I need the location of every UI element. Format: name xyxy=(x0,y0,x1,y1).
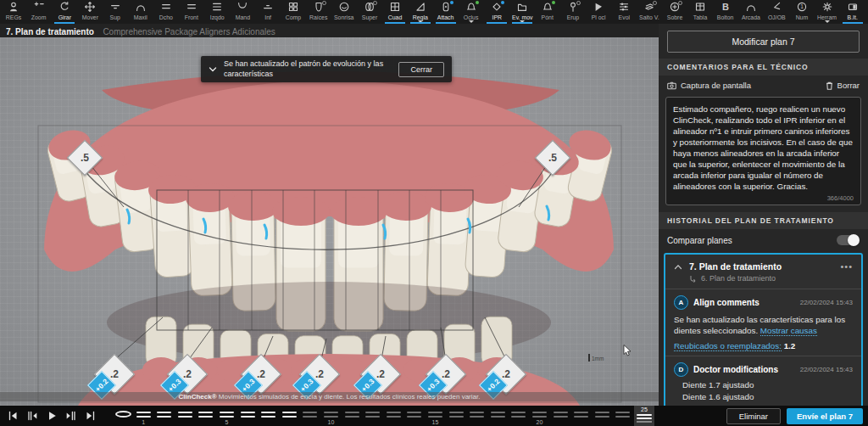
skip-end-button[interactable] xyxy=(85,410,97,422)
stage-tick-label: 15 xyxy=(432,419,439,425)
tool-label: Front xyxy=(185,14,198,20)
stage-21-marker[interactable] xyxy=(554,412,568,420)
clear-comment-action[interactable]: Borrar xyxy=(826,81,860,90)
stage-22-marker[interactable] xyxy=(574,412,588,420)
dropdown-caret-icon[interactable] xyxy=(418,20,423,23)
dropdown-caret-icon[interactable] xyxy=(825,20,830,23)
tool-sonrisa[interactable]: Sonrisa xyxy=(331,0,357,24)
tool-label: Mand xyxy=(235,14,249,20)
letter-b-icon: B xyxy=(720,1,732,13)
disclaimer-brand: ClinCheck® xyxy=(179,393,217,401)
toast-close-button[interactable]: Cerrar xyxy=(398,62,444,77)
grid-frame-icon xyxy=(389,1,401,13)
stage-16-marker[interactable] xyxy=(449,412,464,420)
tool-ev-mov[interactable]: Ev. mov xyxy=(509,0,535,24)
stage-2-marker[interactable] xyxy=(157,412,171,420)
stage-tick-label: 20 xyxy=(537,419,543,425)
mouse-cursor xyxy=(623,345,632,356)
tool-label: Girar xyxy=(58,14,70,20)
play-button[interactable] xyxy=(46,410,58,422)
tool-oclus[interactable]: Oclus xyxy=(459,0,484,24)
tool-label: Pl ocl xyxy=(592,14,606,20)
dropdown-caret-icon[interactable] xyxy=(469,20,474,23)
step-back-button[interactable] xyxy=(26,410,38,422)
tool-bolton[interactable]: BBolton xyxy=(713,0,738,24)
tool-dcho[interactable]: Dcho xyxy=(153,0,179,24)
stage-timeline-bar: 2515101520 Eliminar Envíe el plan 7 xyxy=(0,406,868,426)
stage-0-marker[interactable] xyxy=(115,411,131,418)
tool-arcada[interactable]: Arcada xyxy=(738,0,764,24)
tool-maxil[interactable]: Maxil xyxy=(128,0,153,24)
tool-b-it[interactable]: B.It. xyxy=(840,0,865,24)
tool-mover[interactable]: Mover xyxy=(77,0,103,24)
tool-evol[interactable]: Evol xyxy=(611,0,637,24)
tool-izqdo[interactable]: Izqdo xyxy=(204,0,230,24)
tool-ipr[interactable]: IPR xyxy=(484,0,509,24)
main-toolbar: REGsZoomGirarMoverSupMaxilDchoFrontIzqdo… xyxy=(0,0,868,24)
stage-12-marker[interactable] xyxy=(365,412,380,420)
stage-11-marker[interactable] xyxy=(345,412,359,420)
modify-plan-button[interactable]: Modificar plan 7 xyxy=(667,31,860,53)
stage-13-marker[interactable] xyxy=(387,412,401,420)
chevron-down-icon[interactable] xyxy=(209,65,217,74)
screenshot-action[interactable]: Captura de pantalla xyxy=(667,81,751,90)
arch-up-icon xyxy=(135,1,147,13)
scale-tick xyxy=(588,354,590,362)
tool-regla[interactable]: Regla xyxy=(408,0,433,24)
tool-attach[interactable]: Attach xyxy=(433,0,459,24)
tool-sup[interactable]: Sup xyxy=(103,0,128,24)
tool-mand[interactable]: Mand xyxy=(230,0,255,24)
send-plan-button[interactable]: Envíe el plan 7 xyxy=(787,408,863,424)
align-timestamp: 22/02/2024 15:43 xyxy=(800,299,853,306)
tool-herram[interactable]: Herram xyxy=(815,0,840,24)
technician-comment-box[interactable]: Estimado compañero, ruego realicen un nu… xyxy=(665,97,861,205)
tool-raices[interactable]: Raíces xyxy=(306,0,331,24)
tool-oj-ob[interactable]: OJ/OB xyxy=(764,0,789,24)
stage-7-marker[interactable] xyxy=(261,412,275,420)
relocated-link[interactable]: Reubicados o reemplazados: xyxy=(674,341,782,351)
plan-card-menu[interactable]: ••• xyxy=(840,261,853,272)
compare-plans-toggle[interactable] xyxy=(837,235,860,245)
step-forward-button[interactable] xyxy=(65,410,77,422)
tool-cuad[interactable]: Cuad xyxy=(382,0,408,24)
stage-3-marker[interactable] xyxy=(178,412,192,420)
tool-pl-ocl[interactable]: Pl ocl xyxy=(586,0,611,24)
dropdown-caret-icon[interactable] xyxy=(520,20,525,23)
stage-18-marker[interactable] xyxy=(491,412,505,420)
tool-girar[interactable]: Girar xyxy=(52,0,77,24)
stage-8-marker[interactable] xyxy=(282,412,297,420)
skip-start-button[interactable] xyxy=(7,410,19,422)
tool-pont[interactable]: Pónt xyxy=(535,0,560,24)
delete-plan-button[interactable]: Eliminar xyxy=(726,408,781,424)
stage-6-marker[interactable] xyxy=(241,412,255,420)
tool-erup[interactable]: Erup xyxy=(560,0,586,24)
plan-title: 7. Plan de tratamiento xyxy=(6,27,94,36)
stage-23-marker[interactable] xyxy=(595,412,609,420)
tool-label: Sobre xyxy=(667,14,682,20)
tool-salto-v[interactable]: Salto V. xyxy=(637,0,662,24)
screenshot-label: Captura de pantalla xyxy=(681,81,751,90)
stage-17-marker[interactable] xyxy=(470,412,484,420)
flag-icon xyxy=(593,1,604,13)
disclaimer-text: Movimientos simulados de encía y diente.… xyxy=(217,393,481,401)
tool-inf[interactable]: Inf xyxy=(255,0,281,24)
tool-super[interactable]: Super xyxy=(357,0,382,24)
stage-9-marker[interactable] xyxy=(303,412,317,420)
tool-comp[interactable]: Comp xyxy=(281,0,306,24)
stage-14-marker[interactable] xyxy=(407,412,421,420)
3d-model-viewport[interactable]: .5.5.2+0.2.2+0.3.2+0.3.2+0.3.2+0.3.2+0.3… xyxy=(0,37,659,406)
tool-zoom[interactable]: Zoom xyxy=(26,0,52,24)
tool-sobre[interactable]: Sobre xyxy=(662,0,687,24)
tool-tabla[interactable]: Tabla xyxy=(687,0,713,24)
tool-regs[interactable]: REGs xyxy=(1,0,26,24)
stage-24-marker[interactable] xyxy=(615,412,630,420)
stage-4-marker[interactable] xyxy=(198,412,213,420)
stage-19-marker[interactable] xyxy=(511,412,526,420)
tool-num[interactable]: 1Num xyxy=(789,0,815,24)
tool-front[interactable]: Front xyxy=(179,0,204,24)
show-causes-link[interactable]: Mostrar causas xyxy=(760,326,817,336)
relocated-row: Reubicados o reemplazados: 1.2 xyxy=(674,340,853,351)
current-stage-marker[interactable]: 25 xyxy=(634,406,654,426)
tool-label: Salto V. xyxy=(639,14,659,20)
plan-card-header[interactable]: 7. Plan de tratamiento ••• xyxy=(665,255,861,273)
